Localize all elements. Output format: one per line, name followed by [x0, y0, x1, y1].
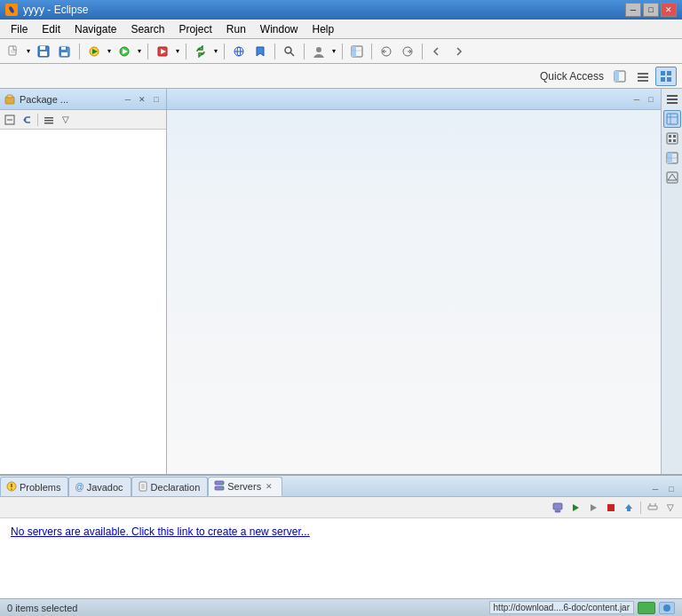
- servers-tab-close[interactable]: ✕: [264, 481, 274, 492]
- svg-line-22: [290, 52, 294, 56]
- menu-help[interactable]: Help: [305, 21, 342, 37]
- main-toolbar: ▾ ▾ ▾ ▾: [0, 39, 682, 64]
- maximize-bottom-button[interactable]: □: [664, 482, 678, 496]
- rs-button-3[interactable]: [663, 130, 681, 147]
- bookmark-button[interactable]: [250, 42, 270, 61]
- minimize-panel-button[interactable]: ─: [122, 93, 134, 106]
- run-button[interactable]: [115, 42, 134, 61]
- panel-menu-button[interactable]: [41, 112, 57, 128]
- svg-rect-46: [44, 120, 53, 122]
- menu-project[interactable]: Project: [171, 21, 218, 37]
- open-task-button[interactable]: [377, 42, 396, 61]
- external-tools-button[interactable]: [153, 42, 172, 61]
- svg-rect-81: [648, 506, 657, 509]
- collapse-all-button[interactable]: [2, 112, 18, 128]
- user-dropdown[interactable]: ▾: [330, 43, 337, 59]
- rs-button-4[interactable]: [663, 149, 681, 167]
- perspective-button-1[interactable]: [347, 42, 367, 61]
- server-publish-button[interactable]: [621, 500, 637, 516]
- close-panel-button[interactable]: ✕: [136, 93, 148, 106]
- tab-controls: ─ □: [645, 482, 682, 496]
- browser-button[interactable]: [229, 42, 249, 61]
- panel-view-menu-button[interactable]: ▽: [58, 112, 74, 128]
- maximize-editor-button[interactable]: □: [645, 93, 657, 106]
- maximize-button[interactable]: □: [643, 3, 659, 17]
- rs-button-1[interactable]: [663, 91, 681, 108]
- server-menu-button[interactable]: ▽: [662, 500, 678, 516]
- svg-rect-51: [667, 114, 678, 124]
- tab-declaration[interactable]: Declaration: [131, 477, 209, 496]
- quick-access-label: Quick Access: [540, 70, 604, 83]
- qa-button-2[interactable]: [632, 67, 654, 86]
- editor-content[interactable]: [167, 110, 661, 474]
- toolbar-separator-6: [304, 43, 305, 59]
- svg-rect-47: [44, 122, 53, 124]
- svg-rect-79: [607, 504, 615, 511]
- refresh-dropdown[interactable]: ▾: [212, 43, 219, 59]
- toolbar-separator-4: [224, 43, 225, 59]
- quick-access-icons: [609, 67, 677, 86]
- create-server-link[interactable]: No servers are available. Click this lin…: [11, 525, 310, 538]
- svg-rect-50: [667, 102, 678, 104]
- server-stop-button[interactable]: [603, 500, 619, 516]
- run-dropdown[interactable]: ▾: [136, 43, 143, 59]
- problems-tab-icon: [6, 481, 17, 494]
- save-all-button[interactable]: [55, 42, 75, 61]
- tab-servers-label: Servers: [227, 481, 261, 492]
- close-button[interactable]: ✕: [661, 3, 677, 17]
- new-file-dropdown[interactable]: ▾: [25, 43, 32, 59]
- servers-tab-icon: [214, 480, 225, 493]
- qa-button-3[interactable]: [655, 67, 677, 86]
- maximize-panel-button[interactable]: □: [150, 93, 163, 106]
- menu-run[interactable]: Run: [219, 21, 253, 37]
- nav-back-button[interactable]: [427, 42, 447, 61]
- minimize-bottom-button[interactable]: ─: [648, 482, 662, 496]
- svg-rect-36: [661, 71, 665, 75]
- toolbar-separator-8: [371, 43, 372, 59]
- server-start-button[interactable]: [567, 500, 583, 516]
- svg-rect-38: [661, 77, 665, 82]
- menu-edit[interactable]: Edit: [35, 21, 67, 37]
- bottom-tab-bar: Problems @ Javadoc Declaration: [0, 476, 682, 497]
- user-avatar-button[interactable]: [309, 42, 329, 61]
- link-with-editor-button[interactable]: [19, 112, 35, 128]
- server-disconnect-button[interactable]: [645, 500, 661, 516]
- svg-rect-48: [667, 95, 678, 97]
- panel-controls: ─ ✕ □: [122, 93, 163, 106]
- rs-button-2[interactable]: [663, 110, 681, 128]
- menu-search[interactable]: Search: [123, 21, 171, 37]
- toolbar-separator-1: [79, 43, 80, 59]
- status-right: http://download....6-doc/content.jar: [489, 601, 675, 614]
- javadoc-tab-icon: @: [75, 482, 83, 492]
- search-button[interactable]: [280, 42, 299, 61]
- debug-dropdown[interactable]: ▾: [106, 43, 113, 59]
- refresh-button[interactable]: [191, 42, 210, 61]
- server-new-button[interactable]: [550, 500, 566, 516]
- tab-servers[interactable]: Servers ✕: [208, 477, 282, 496]
- toolbar-separator-9: [422, 43, 423, 59]
- save-button[interactable]: [34, 42, 53, 61]
- svg-marker-77: [573, 504, 579, 511]
- qa-button-1[interactable]: [609, 67, 630, 86]
- tab-problems-label: Problems: [20, 482, 60, 493]
- nav-forward-button[interactable]: [448, 42, 468, 61]
- server-debug-button[interactable]: [585, 500, 601, 516]
- panel-title: Package ...: [4, 93, 68, 106]
- debug-button[interactable]: [84, 42, 104, 61]
- menu-navigate[interactable]: Navigate: [67, 21, 123, 37]
- minimize-editor-button[interactable]: ─: [630, 93, 643, 106]
- forward-button[interactable]: [398, 42, 417, 61]
- tab-problems[interactable]: Problems: [0, 477, 68, 496]
- new-file-button[interactable]: [4, 42, 23, 61]
- menu-file[interactable]: File: [4, 21, 35, 37]
- menu-window[interactable]: Window: [253, 21, 305, 37]
- tab-javadoc[interactable]: @ Javadoc: [68, 477, 131, 496]
- minimize-button[interactable]: ─: [625, 3, 641, 17]
- toolbar-separator-2: [147, 43, 148, 59]
- external-tools-dropdown[interactable]: ▾: [174, 43, 181, 59]
- status-icon-1: [659, 602, 675, 614]
- server-toolbar: ▽: [0, 497, 682, 518]
- svg-rect-39: [667, 77, 671, 82]
- rs-button-5[interactable]: [663, 169, 681, 186]
- editor-header: ─ □: [167, 89, 661, 110]
